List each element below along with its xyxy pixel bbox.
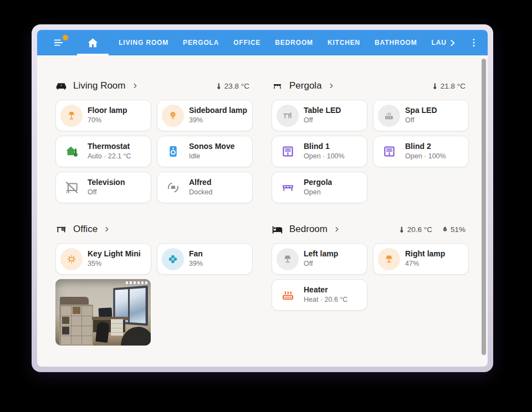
tab-label: BATHROOM [375, 39, 417, 47]
camera-drawer-unit [111, 319, 123, 336]
device-state: Open · 100% [405, 152, 446, 161]
temperature-value: 23.8 °C [224, 82, 249, 90]
device-name: Right lamp [405, 249, 445, 259]
device-state: Off [405, 116, 437, 125]
card-pergola-awning[interactable]: PergolaOpen [272, 172, 367, 203]
chevron-right-icon [333, 225, 341, 233]
device-state: 70% [88, 116, 127, 125]
tabs-overflow-chevron-icon[interactable] [448, 38, 457, 48]
camera-books [73, 307, 80, 314]
blinds-icon [378, 141, 400, 163]
card-key-light-mini[interactable]: Key Light Mini35% [55, 243, 151, 275]
camera-desk-surface [92, 317, 129, 320]
dashboard-content: Living Room 23.8 °C [37, 55, 488, 367]
device-state: Off [304, 116, 341, 125]
card-sideboard-lamp[interactable]: Sideboard lamp39% [157, 100, 253, 131]
camera-timestamp-overlay [126, 281, 147, 284]
tab-label: LIVING ROOM [119, 39, 168, 47]
card-blind-1[interactable]: Blind 1Open · 100% [272, 136, 367, 167]
card-sonos-move[interactable]: Sonos MoveIdle [157, 136, 253, 167]
camera-books [62, 317, 69, 324]
temperature-sensor[interactable]: 21.8 °C [431, 82, 466, 90]
device-state: 35% [88, 260, 141, 269]
section-title: Living Room [73, 80, 126, 91]
temperature-sensor[interactable]: 23.8 °C [214, 82, 249, 90]
tab-office[interactable]: OFFICE [226, 30, 268, 55]
device-name: Floor lamp [88, 106, 127, 116]
card-right-lamp[interactable]: Right lamp47% [373, 243, 469, 275]
pergola-cards: Table LEDOff Spa LEDOff [272, 100, 469, 203]
thermometer-icon [214, 82, 223, 90]
dots-vertical-icon [468, 37, 479, 48]
tab-label: BEDROOM [275, 39, 313, 47]
device-name: Blind 1 [304, 142, 345, 152]
card-left-lamp[interactable]: Left lampOff [272, 243, 367, 275]
tab-kitchen[interactable]: KITCHEN [320, 30, 367, 55]
device-name: Fan [189, 249, 203, 259]
awning-icon [277, 177, 299, 199]
tab-bathroom[interactable]: BATHROOM [367, 30, 424, 55]
device-state: Open · 100% [304, 152, 345, 161]
office-camera-feed[interactable] [55, 279, 151, 346]
desktop-background: LIVING ROOM PERGOLA OFFICE BEDROOM KITCH… [0, 0, 532, 412]
sections-grid: Living Room 23.8 °C [37, 55, 488, 346]
overflow-menu-button[interactable] [464, 30, 483, 55]
card-spa-led[interactable]: Spa LEDOff [373, 100, 469, 131]
tab-label: KITCHEN [328, 39, 360, 47]
card-heater[interactable]: HeaterHeat · 20.6 °C [272, 279, 367, 311]
device-name: Pergola [304, 178, 332, 188]
office-cards: Key Light Mini35% Fan39% [55, 243, 253, 275]
home-assistant-dashboard: LIVING ROOM PERGOLA OFFICE BEDROOM KITCH… [37, 30, 488, 367]
awning-icon [272, 80, 283, 92]
device-name: Spa LED [405, 106, 437, 116]
tab-home[interactable] [74, 30, 111, 55]
living-room-header[interactable]: Living Room 23.8 °C [55, 78, 253, 94]
camera-shelf-clutter [60, 297, 89, 305]
card-blind-2[interactable]: Blind 2Open · 100% [373, 136, 469, 167]
card-fan[interactable]: Fan39% [157, 243, 253, 275]
section-pergola: Pergola 21.8 °C [272, 78, 469, 203]
card-table-led[interactable]: Table LEDOff [272, 100, 367, 131]
floor-lamp-icon [60, 105, 83, 127]
tab-living-room[interactable]: LIVING ROOM [111, 30, 176, 55]
card-floor-lamp[interactable]: Floor lamp70% [55, 100, 151, 131]
sensor-badges: 23.8 °C [214, 82, 253, 90]
chevron-right-icon [328, 82, 335, 90]
card-thermostat[interactable]: ThermostatAuto · 22.1 °C [55, 136, 151, 167]
bedroom-header[interactable]: Bedroom 20.6 °C [272, 221, 469, 238]
bed-icon [272, 224, 283, 235]
device-state: Open [304, 188, 332, 197]
device-state: 39% [189, 116, 247, 125]
temperature-sensor[interactable]: 20.6 °C [397, 225, 432, 234]
humidity-icon [441, 225, 449, 233]
home-thermometer-icon [60, 141, 83, 163]
humidity-value: 51% [451, 225, 466, 234]
bedroom-cards: Left lampOff Right lamp47% [272, 243, 469, 311]
robot-vacuum-icon [162, 177, 184, 199]
sidebar-menu-button[interactable] [48, 30, 69, 55]
section-title: Pergola [289, 80, 322, 91]
hot-tub-icon [378, 105, 400, 127]
tab-bedroom[interactable]: BEDROOM [268, 30, 320, 55]
device-name: Table LED [304, 106, 341, 116]
tab-label: PERGOLA [183, 39, 219, 47]
device-state: Off [304, 260, 338, 269]
thermometer-icon [431, 82, 439, 90]
bedside-lamp-icon [378, 248, 400, 270]
sofa-icon [55, 80, 67, 92]
vertical-scrollbar-thumb[interactable] [482, 59, 486, 355]
device-state: Auto · 22.1 °C [88, 152, 131, 161]
device-name: Sonos Move [189, 142, 234, 152]
humidity-sensor[interactable]: 51% [441, 225, 466, 234]
section-bedroom: Bedroom 20.6 °C [272, 221, 469, 346]
device-state: 39% [189, 260, 203, 269]
chevron-right-icon [103, 225, 111, 233]
tab-laundry-truncated[interactable]: LAU [424, 30, 464, 55]
card-alfred-vacuum[interactable]: AlfredDocked [157, 172, 253, 203]
pergola-header[interactable]: Pergola 21.8 °C [272, 78, 469, 94]
office-header[interactable]: Office [55, 221, 253, 238]
card-television[interactable]: TelevisionOff [55, 172, 151, 203]
tab-pergola[interactable]: PERGOLA [176, 30, 226, 55]
table-icon [277, 105, 299, 127]
device-state: Off [88, 188, 125, 197]
